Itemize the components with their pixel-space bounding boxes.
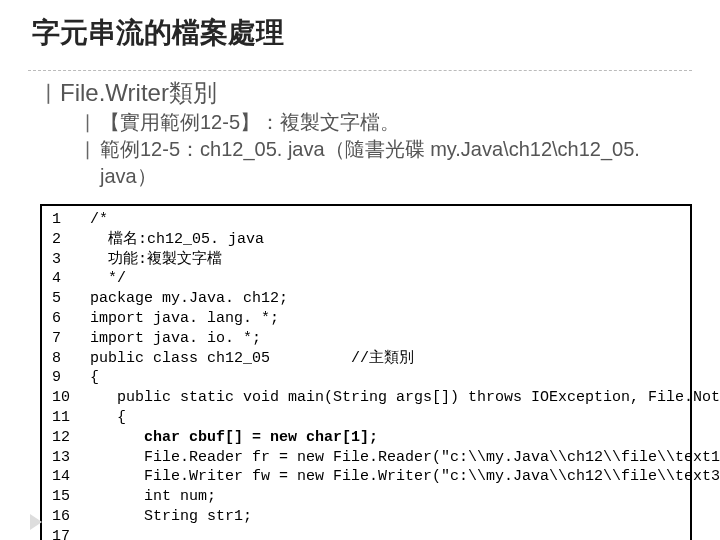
- heading-1: ❘ File.Writer類別: [40, 77, 692, 109]
- slide-corner-icon: [30, 514, 42, 530]
- code-line: char cbuf[] = new char[1];: [90, 428, 720, 448]
- code-line: import java. lang. *;: [90, 309, 720, 329]
- bullet-icon: ❘: [40, 77, 60, 107]
- list-item-text: 範例12-5：ch12_05. java（隨書光碟 my.Java\ch12\c…: [100, 136, 692, 190]
- page-title: 字元串流的檔案處理: [32, 14, 692, 52]
- code-line-numbers: 1 2 3 4 5 6 7 8 9 10 11 12 13 14 15 16 1…: [42, 206, 76, 540]
- code-line: String str1;: [90, 507, 720, 527]
- bullet-icon: ❘: [80, 136, 100, 190]
- code-line: */: [90, 269, 720, 289]
- code-line: {: [90, 368, 720, 388]
- divider: [28, 70, 692, 71]
- code-line: int num;: [90, 487, 720, 507]
- code-line: 檔名:ch12_05. java: [90, 230, 720, 250]
- list-item: ❘ 【實用範例12-5】：複製文字檔。: [80, 109, 692, 136]
- code-line: {: [90, 408, 720, 428]
- sub-list: ❘ 【實用範例12-5】：複製文字檔。 ❘ 範例12-5：ch12_05. ja…: [80, 109, 692, 190]
- code-line: package my.Java. ch12;: [90, 289, 720, 309]
- heading-text: File.Writer類別: [60, 77, 692, 109]
- code-line: import java. io. *;: [90, 329, 720, 349]
- code-line: /*: [90, 210, 720, 230]
- code-content: /* 檔名:ch12_05. java 功能:複製文字檔 */package m…: [76, 206, 720, 540]
- list-item: ❘ 範例12-5：ch12_05. java（隨書光碟 my.Java\ch12…: [80, 136, 692, 190]
- code-line: public static void main(String args[]) t…: [90, 388, 720, 408]
- bullet-icon: ❘: [80, 109, 100, 136]
- code-line: 功能:複製文字檔: [90, 250, 720, 270]
- code-box: 1 2 3 4 5 6 7 8 9 10 11 12 13 14 15 16 1…: [40, 204, 692, 540]
- code-line: public class ch12_05 //主類別: [90, 349, 720, 369]
- list-item-text: 【實用範例12-5】：複製文字檔。: [100, 109, 692, 136]
- code-line: File.Writer fw = new File.Writer("c:\\my…: [90, 467, 720, 487]
- code-line: File.Reader fr = new File.Reader("c:\\my…: [90, 448, 720, 468]
- content-body: ❘ File.Writer類別 ❘ 【實用範例12-5】：複製文字檔。 ❘ 範例…: [28, 77, 692, 540]
